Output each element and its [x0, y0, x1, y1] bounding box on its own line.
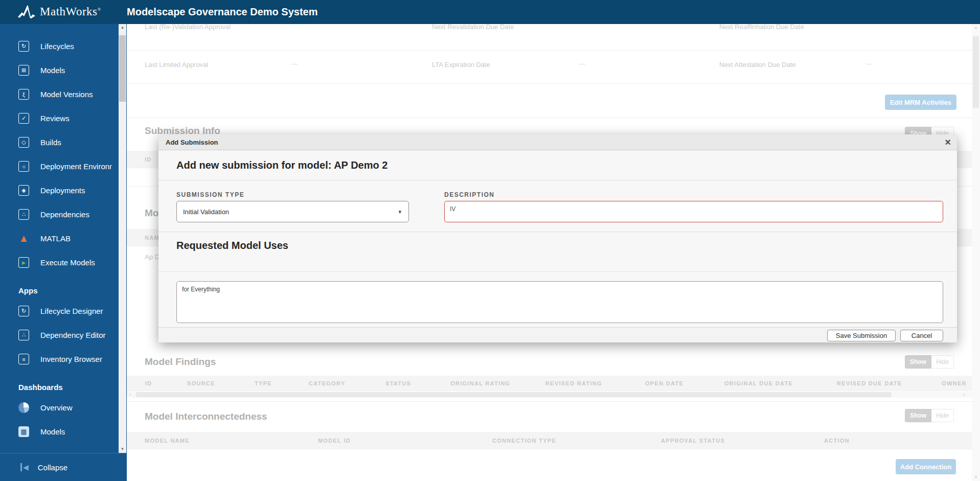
sidebar-item-label: Inventory Browser — [40, 355, 102, 363]
sidebar-nav: ↻ Lifecycles ⊞ Models ξ Model Versions — [0, 24, 127, 453]
models-dashboard-icon: ▦ — [18, 426, 29, 437]
sidebar-app-item[interactable]: ∴ Dependency Editor — [0, 323, 127, 347]
modal-title: Add Submission — [166, 134, 218, 150]
page-title: Modelscape Governance Demo System — [127, 0, 317, 24]
add-submission-modal: Add Submission × Add new submission for … — [158, 134, 957, 342]
mrm-field-label: Next Revalidation Due Date — [432, 24, 514, 31]
dependencies-icon: ∴ — [18, 209, 29, 220]
top-header: MathWorks® Modelscape Governance Demo Sy… — [0, 0, 980, 24]
sidebar-scrollbar[interactable]: ▲ ▼ — [119, 24, 126, 453]
sidebar-collapse-button[interactable]: ◀ Collapse — [0, 453, 127, 481]
edit-mrm-activities-button[interactable]: Edit MRM Activities — [885, 95, 956, 110]
scroll-right-icon[interactable]: › — [961, 392, 968, 398]
dashboards-section-label: Dashboards — [0, 378, 127, 396]
sidebar-item[interactable]: ✓ Reviews — [0, 106, 127, 130]
sidebar-item[interactable]: ○ Deployment Environm… — [0, 154, 127, 178]
main-scrollbar-thumb[interactable] — [973, 36, 979, 108]
column-header: CATEGORY — [309, 380, 385, 386]
models-icon: ⊞ — [18, 65, 29, 76]
mrm-field-label: Next Attestation Due Date — [719, 61, 796, 68]
sidebar-item[interactable]: ⊞ Models — [0, 58, 127, 82]
model-findings-header-row: IDSOURCETYPECATEGORYSTATUSORIGINAL RATIN… — [127, 376, 972, 391]
scroll-up-icon[interactable]: ▲ — [119, 24, 126, 31]
builds-icon: ◇ — [18, 137, 29, 148]
hide-button[interactable]: Hide — [931, 355, 954, 369]
scroll-down-icon[interactable]: ▼ — [972, 474, 980, 481]
findings-scrollbar-thumb[interactable] — [136, 392, 892, 397]
modal-form-row: SUBMISSION TYPE Initial Validation ▾ DES… — [158, 180, 957, 232]
sidebar-item[interactable]: ∴ Dependencies — [0, 202, 127, 226]
column-header: REVISED RATING — [545, 380, 645, 386]
clipped-section-heading: Mo — [145, 208, 158, 219]
close-icon[interactable]: × — [945, 135, 951, 149]
sidebar-item[interactable]: ▲ MATLAB — [0, 226, 127, 250]
model-uses-textarea[interactable]: for Everything — [176, 281, 943, 323]
sidebar-item-label: MATLAB — [40, 234, 71, 243]
clipped-table-row: Ap D — [145, 253, 159, 261]
sidebar-app-item[interactable]: ↻ Lifecycle Designer — [0, 299, 127, 323]
sidebar-item[interactable]: ◇ Builds — [0, 130, 127, 154]
apps-section-label: Apps — [0, 282, 127, 299]
scroll-left-icon[interactable]: ‹ — [127, 392, 134, 398]
column-header: REVISED DUE DATE — [837, 380, 940, 386]
mrm-field: Next Reaffirmation Due Date — [719, 24, 980, 31]
submission-type-label: SUBMISSION TYPE — [176, 191, 244, 198]
lifecycles-icon: ↻ — [18, 41, 29, 52]
sidebar-dashboard-item[interactable]: ▦ Models — [0, 420, 127, 444]
sidebar-item-label: Models — [40, 66, 65, 75]
divider — [127, 50, 972, 51]
modal-heading: Add new submission for model: AP Demo 2 — [176, 150, 388, 180]
column-header: MODEL ID — [318, 438, 492, 444]
mrm-field-value: — — [866, 60, 873, 67]
sidebar-item-label: Dependencies — [40, 210, 89, 219]
reviews-icon: ✓ — [18, 113, 29, 124]
mrm-field-label: Last (Re-)Validation Approval — [145, 24, 231, 31]
sidebar-item[interactable]: ◈ Deployments — [0, 178, 127, 202]
column-header: ID — [145, 380, 187, 386]
execute-models-icon: ▶ — [18, 257, 29, 268]
matlab-icon: ▲ — [18, 233, 29, 244]
save-submission-button[interactable]: Save Submission — [827, 330, 896, 341]
model-interconnectedness-header-row: MODEL NAMEMODEL IDCONNECTION TYPEAPPROVA… — [127, 432, 972, 449]
sidebar-item-label: Builds — [40, 138, 61, 147]
lifecycle-designer-icon: ↻ — [18, 306, 29, 316]
app-root: MathWorks® Modelscape Governance Demo Sy… — [0, 0, 980, 481]
mrm-field-value: — — [579, 60, 585, 67]
mrm-dates-row-2: Last Limited Approval — LTA Expiration D… — [145, 60, 980, 69]
findings-horizontal-scrollbar[interactable]: ‹ › — [127, 392, 972, 398]
scroll-up-icon[interactable]: ▲ — [972, 24, 980, 31]
scroll-down-icon[interactable]: ▼ — [119, 446, 126, 453]
chevron-down-icon: ▾ — [398, 209, 401, 215]
modal-footer: Save Submission Cancel — [158, 327, 957, 342]
column-header: SOURCE — [187, 380, 255, 386]
show-button[interactable]: Show — [905, 355, 931, 369]
submission-type-select[interactable]: Initial Validation ▾ — [176, 201, 409, 222]
main-vertical-scrollbar[interactable]: ▲ ▼ — [972, 24, 980, 481]
sidebar-item[interactable]: ▶ Execute Models — [0, 250, 127, 274]
deployment-environments-icon: ○ — [18, 161, 29, 172]
sidebar-item-label: Overview — [40, 403, 73, 412]
mrm-field: Next Attestation Due Date — — [719, 60, 980, 69]
show-button[interactable]: Show — [905, 409, 931, 422]
column-header: ID — [145, 156, 152, 163]
add-connection-button[interactable]: Add Connection — [896, 459, 956, 474]
description-input[interactable]: IV — [444, 201, 943, 222]
mrm-field: Next Revalidation Due Date — [432, 24, 719, 31]
divider — [127, 401, 972, 402]
sidebar-item[interactable]: ↻ Lifecycles — [0, 34, 127, 58]
submission-type-value: Initial Validation — [183, 208, 229, 216]
modal-heading-row: Add new submission for model: AP Demo 2 — [158, 150, 957, 180]
hide-button[interactable]: Hide — [931, 409, 954, 422]
sidebar-item[interactable]: ξ Model Versions — [0, 82, 127, 106]
sidebar-dashboard-item[interactable]: Overview — [0, 396, 127, 420]
cancel-button[interactable]: Cancel — [900, 330, 943, 341]
sidebar-scrollbar-thumb[interactable] — [119, 35, 126, 102]
deployments-icon: ◈ — [18, 185, 29, 196]
divider — [158, 271, 957, 272]
sidebar-item-label: Model Versions — [40, 90, 93, 99]
sidebar-app-item[interactable]: ≡ Inventory Browser — [0, 347, 127, 371]
model-findings-show-hide: Show Hide — [905, 355, 954, 369]
registered-mark: ® — [98, 7, 101, 12]
mrm-field-value: — — [291, 60, 298, 67]
mathworks-logo: MathWorks® — [17, 5, 101, 19]
